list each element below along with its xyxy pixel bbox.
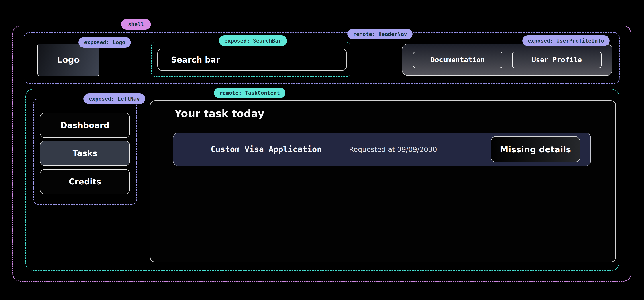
remote-headernav-badge: remote: HeaderNav [348, 29, 412, 39]
missing-details-button[interactable]: Missing details [491, 136, 580, 163]
search-label: Search bar [171, 55, 220, 64]
exposed-leftnav-badge: exposed: LeftNav [84, 93, 145, 104]
user-profile-button[interactable]: User Profile [512, 52, 602, 68]
main-content-panel: Your task today Custom Visa Application … [150, 100, 616, 262]
sidebar-item-credits[interactable]: Credits [40, 169, 130, 194]
sidebar-item-tasks[interactable]: Tasks [40, 141, 130, 166]
exposed-userprofileinfo-badge: exposed: UserProfileInfo [522, 35, 610, 46]
search-input[interactable]: Search bar [157, 49, 347, 71]
logo-label: Logo [57, 55, 80, 65]
documentation-button[interactable]: Documentation [413, 52, 502, 68]
exposed-searchbar-badge: exposed: SearchBar [219, 35, 287, 46]
page-title: Your task today [174, 107, 264, 119]
shell-badge: shell [121, 19, 151, 30]
header-nav: Documentation User Profile [402, 44, 612, 76]
task-card: Custom Visa Application Requested at 09/… [173, 133, 591, 166]
sidebar-item-dashboard[interactable]: Dashboard [40, 113, 130, 138]
task-requested-date: Requested at 09/09/2030 [349, 145, 437, 154]
task-name: Custom Visa Application [211, 144, 322, 154]
logo[interactable]: Logo [37, 44, 100, 76]
exposed-logo-badge: exposed: Logo [78, 37, 131, 48]
remote-taskcontent-badge: remote: TaskContent [214, 88, 286, 98]
